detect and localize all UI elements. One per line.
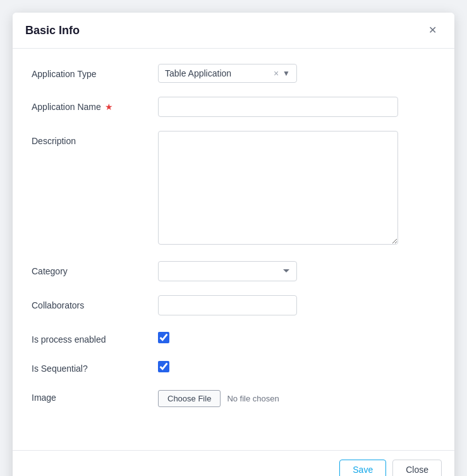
choose-file-button[interactable]: Choose File bbox=[158, 390, 221, 407]
application-type-dropdown[interactable]: Table Application × ▼ bbox=[158, 64, 297, 83]
description-label: Description bbox=[32, 131, 158, 146]
description-textarea[interactable] bbox=[158, 131, 398, 245]
modal-body: Application Type Table Application × ▼ A… bbox=[13, 49, 454, 450]
application-type-control: Table Application × ▼ bbox=[158, 64, 435, 83]
application-name-input[interactable] bbox=[158, 97, 398, 117]
application-name-row: Application Name ★ bbox=[32, 97, 435, 117]
is-process-enabled-row: Is process enabled bbox=[32, 329, 435, 345]
description-control bbox=[158, 131, 435, 247]
collaborators-control bbox=[158, 295, 435, 315]
close-x-button[interactable]: ✕ bbox=[423, 23, 442, 38]
close-button[interactable]: Close bbox=[392, 460, 442, 476]
collaborators-input[interactable] bbox=[158, 295, 297, 315]
dropdown-clear-button[interactable]: × bbox=[274, 69, 279, 78]
application-type-row: Application Type Table Application × ▼ bbox=[32, 64, 435, 83]
modal-title: Basic Info bbox=[25, 24, 80, 37]
modal-header: Basic Info ✕ bbox=[13, 13, 454, 49]
application-name-label: Application Name ★ bbox=[32, 97, 158, 112]
image-control: Choose File No file chosen bbox=[158, 388, 435, 407]
is-sequential-control bbox=[158, 358, 435, 372]
collaborators-label: Collaborators bbox=[32, 295, 158, 310]
is-sequential-label: Is Sequential? bbox=[32, 358, 158, 374]
no-file-text: No file chosen bbox=[227, 394, 279, 403]
modal-footer: Save Close bbox=[13, 450, 454, 476]
modal-dialog: Basic Info ✕ Application Type Table Appl… bbox=[13, 13, 454, 476]
is-process-enabled-checkbox[interactable] bbox=[158, 332, 169, 343]
save-button[interactable]: Save bbox=[339, 460, 386, 476]
category-label: Category bbox=[32, 261, 158, 276]
dropdown-inner: Table Application × ▼ bbox=[165, 68, 290, 78]
is-process-enabled-control bbox=[158, 329, 435, 343]
application-name-control bbox=[158, 97, 435, 117]
application-type-label: Application Type bbox=[32, 64, 158, 79]
image-label: Image bbox=[32, 388, 158, 403]
is-process-enabled-label: Is process enabled bbox=[32, 329, 158, 345]
collaborators-row: Collaborators bbox=[32, 295, 435, 315]
description-row: Description bbox=[32, 131, 435, 247]
category-select[interactable] bbox=[158, 261, 297, 281]
is-sequential-checkbox[interactable] bbox=[158, 361, 169, 372]
category-row: Category bbox=[32, 261, 435, 281]
file-input-wrapper: Choose File No file chosen bbox=[158, 388, 435, 407]
dropdown-arrow-icon: ▼ bbox=[282, 69, 290, 78]
application-type-value: Table Application bbox=[165, 68, 231, 78]
image-row: Image Choose File No file chosen bbox=[32, 388, 435, 407]
is-sequential-row: Is Sequential? bbox=[32, 358, 435, 374]
dropdown-actions: × ▼ bbox=[274, 69, 290, 78]
category-control bbox=[158, 261, 435, 281]
required-star: ★ bbox=[105, 102, 113, 112]
